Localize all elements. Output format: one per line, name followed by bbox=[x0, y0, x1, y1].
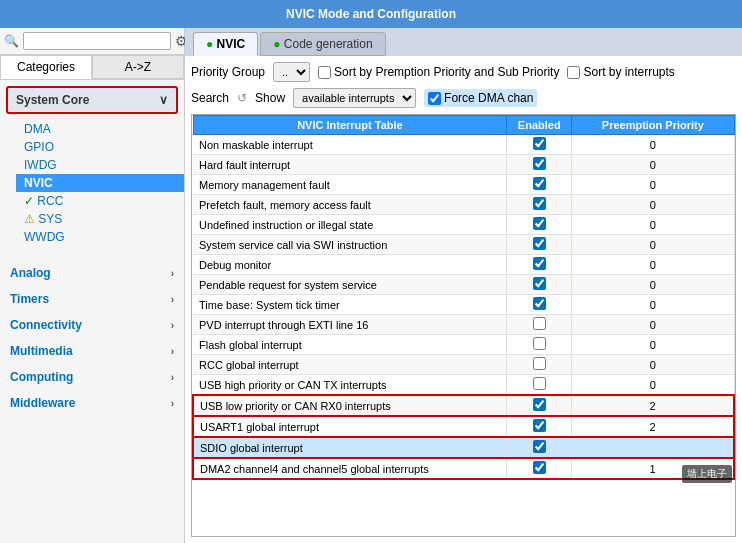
nvic-tab-icon: ● bbox=[206, 37, 213, 51]
chevron-right-icon: › bbox=[171, 398, 174, 409]
sidebar-item-gpio[interactable]: GPIO bbox=[16, 138, 184, 156]
enabled-checkbox[interactable] bbox=[533, 277, 546, 290]
title-bar: NVIC Mode and Configuration bbox=[0, 0, 742, 28]
interrupt-enabled[interactable] bbox=[507, 395, 572, 416]
interrupt-name: PVD interrupt through EXTI line 16 bbox=[193, 315, 507, 335]
table-row: Flash global interrupt0 bbox=[193, 335, 734, 355]
interrupt-priority: 0 bbox=[572, 135, 734, 155]
sidebar-item-middleware[interactable]: Middleware › bbox=[0, 390, 184, 416]
main-content: ● NVIC ● Code generation Priority Group … bbox=[185, 28, 742, 543]
interrupt-name: DMA2 channel4 and channel5 global interr… bbox=[193, 458, 507, 479]
table-row: USB low priority or CAN RX0 interrupts2 bbox=[193, 395, 734, 416]
sort-premption-checkbox[interactable] bbox=[318, 66, 331, 79]
interrupt-name: Pendable request for system service bbox=[193, 275, 507, 295]
enabled-checkbox[interactable] bbox=[533, 398, 546, 411]
interrupt-priority: 2 bbox=[572, 416, 734, 437]
tab-code-generation[interactable]: ● Code generation bbox=[260, 32, 385, 56]
enabled-checkbox[interactable] bbox=[533, 317, 546, 330]
sidebar-item-multimedia[interactable]: Multimedia › bbox=[0, 338, 184, 364]
sort-interrupts-checkbox[interactable] bbox=[567, 66, 580, 79]
table-header-priority: Preemption Priority bbox=[572, 116, 734, 135]
sidebar-item-computing[interactable]: Computing › bbox=[0, 364, 184, 390]
priority-group-select[interactable]: .. bbox=[273, 62, 310, 82]
watermark: 墙上电子 bbox=[682, 465, 732, 483]
interrupt-enabled[interactable] bbox=[507, 335, 572, 355]
force-dma-checkbox[interactable] bbox=[428, 92, 441, 105]
interrupt-enabled[interactable] bbox=[507, 175, 572, 195]
interrupt-name: SDIO global interrupt bbox=[193, 437, 507, 458]
table-row: SDIO global interrupt bbox=[193, 437, 734, 458]
interrupt-enabled[interactable] bbox=[507, 195, 572, 215]
show-label: Show bbox=[255, 91, 285, 105]
interrupt-priority bbox=[572, 437, 734, 458]
interrupt-enabled[interactable] bbox=[507, 255, 572, 275]
sidebar-item-iwdg[interactable]: IWDG bbox=[16, 156, 184, 174]
enabled-checkbox[interactable] bbox=[533, 297, 546, 310]
interrupt-enabled[interactable] bbox=[507, 215, 572, 235]
interrupt-name: USB high priority or CAN TX interrupts bbox=[193, 375, 507, 396]
tab-nvic[interactable]: ● NVIC bbox=[193, 32, 258, 56]
sidebar-item-timers[interactable]: Timers › bbox=[0, 286, 184, 312]
interrupt-enabled[interactable] bbox=[507, 155, 572, 175]
interrupt-enabled[interactable] bbox=[507, 375, 572, 396]
chevron-right-icon: › bbox=[171, 268, 174, 279]
sidebar-item-wwdg[interactable]: WWDG bbox=[16, 228, 184, 246]
sidebar: 🔍 ⚙ Categories A->Z System Core ∨ DMA bbox=[0, 28, 185, 543]
interrupt-priority: 0 bbox=[572, 155, 734, 175]
interrupt-priority: 0 bbox=[572, 235, 734, 255]
enabled-checkbox[interactable] bbox=[533, 137, 546, 150]
interrupt-enabled[interactable] bbox=[507, 416, 572, 437]
sidebar-item-rcc[interactable]: RCC bbox=[16, 192, 184, 210]
sidebar-item-analog[interactable]: Analog › bbox=[0, 260, 184, 286]
table-row: USART1 global interrupt2 bbox=[193, 416, 734, 437]
table-row: Hard fault interrupt0 bbox=[193, 155, 734, 175]
enabled-checkbox[interactable] bbox=[533, 157, 546, 170]
interrupt-enabled[interactable] bbox=[507, 135, 572, 155]
tab-az[interactable]: A->Z bbox=[92, 55, 184, 79]
enabled-checkbox[interactable] bbox=[533, 177, 546, 190]
sidebar-item-sys[interactable]: SYS bbox=[16, 210, 184, 228]
enabled-checkbox[interactable] bbox=[533, 217, 546, 230]
toolbar-row-1: Priority Group .. Sort by Premption Prio… bbox=[191, 62, 736, 82]
table-row: System service call via SWI instruction0 bbox=[193, 235, 734, 255]
table-header-interrupt: NVIC Interrupt Table bbox=[193, 116, 507, 135]
sidebar-search-input[interactable] bbox=[23, 32, 171, 50]
enabled-checkbox[interactable] bbox=[533, 237, 546, 250]
interrupt-enabled[interactable] bbox=[507, 458, 572, 479]
sidebar-item-dma[interactable]: DMA bbox=[16, 120, 184, 138]
enabled-checkbox[interactable] bbox=[533, 337, 546, 350]
interrupt-enabled[interactable] bbox=[507, 315, 572, 335]
table-row: Memory management fault0 bbox=[193, 175, 734, 195]
sort-premption-checkbox-label[interactable]: Sort by Premption Priority and Sub Prior… bbox=[318, 65, 559, 79]
tab-categories[interactable]: Categories bbox=[0, 55, 92, 79]
table-row: Prefetch fault, memory access fault0 bbox=[193, 195, 734, 215]
system-core-header[interactable]: System Core ∨ bbox=[6, 86, 178, 114]
interrupt-enabled[interactable] bbox=[507, 355, 572, 375]
sidebar-item-nvic[interactable]: NVIC bbox=[16, 174, 184, 192]
sort-interrupts-checkbox-label[interactable]: Sort by interrupts bbox=[567, 65, 674, 79]
interrupt-priority: 0 bbox=[572, 275, 734, 295]
enabled-checkbox[interactable] bbox=[533, 419, 546, 432]
interrupt-enabled[interactable] bbox=[507, 235, 572, 255]
enabled-checkbox[interactable] bbox=[533, 257, 546, 270]
interrupt-priority: 0 bbox=[572, 335, 734, 355]
table-row: RCC global interrupt0 bbox=[193, 355, 734, 375]
enabled-checkbox[interactable] bbox=[533, 377, 546, 390]
sidebar-item-connectivity[interactable]: Connectivity › bbox=[0, 312, 184, 338]
show-select[interactable]: available interrupts bbox=[293, 88, 416, 108]
enabled-checkbox[interactable] bbox=[533, 440, 546, 453]
interrupt-priority: 0 bbox=[572, 215, 734, 235]
interrupt-enabled[interactable] bbox=[507, 295, 572, 315]
force-dma-checkbox-label: Force DMA chan bbox=[424, 89, 537, 107]
enabled-checkbox[interactable] bbox=[533, 197, 546, 210]
sidebar-search-bar: 🔍 ⚙ bbox=[0, 28, 184, 55]
interrupt-enabled[interactable] bbox=[507, 437, 572, 458]
interrupt-enabled[interactable] bbox=[507, 275, 572, 295]
table-row: DMA2 channel4 and channel5 global interr… bbox=[193, 458, 734, 479]
enabled-checkbox[interactable] bbox=[533, 357, 546, 370]
table-header-enabled: Enabled bbox=[507, 116, 572, 135]
table-row: Non maskable interrupt0 bbox=[193, 135, 734, 155]
search-refresh-icon[interactable]: ↺ bbox=[237, 91, 247, 105]
enabled-checkbox[interactable] bbox=[533, 461, 546, 474]
interrupt-name: System service call via SWI instruction bbox=[193, 235, 507, 255]
